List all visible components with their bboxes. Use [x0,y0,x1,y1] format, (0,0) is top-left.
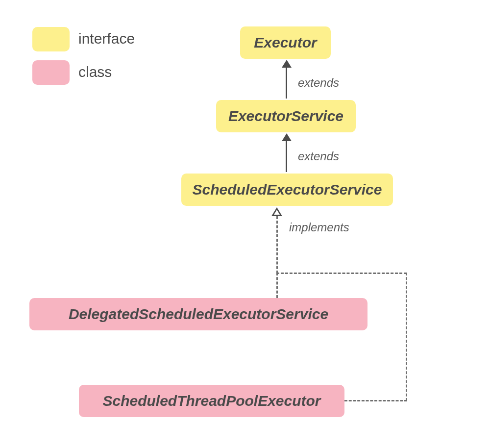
node-executor-label: Executor [254,34,317,51]
edge-label-extends-1: extends [298,76,339,90]
edge-label-extends-2: extends [298,149,339,163]
node-delegatedScheduledExecutorService-label: DelegatedScheduledExecutorService [69,306,328,323]
edge-label-implements: implements [289,221,349,234]
diagram-canvas: interface class Executor extends Executo… [0,0,490,448]
legend-label-interface: interface [78,30,135,47]
arrowhead-implements [271,207,282,216]
dash-horizontal-to-threadpool [344,400,407,401]
legend-swatch-interface [32,27,70,51]
dash-vertical-to-delegated [276,273,278,298]
edge-extends-scheduledExecutorService-executorService [286,135,287,172]
legend-swatch-class [32,60,70,85]
node-executor: Executor [240,26,331,59]
node-scheduledThreadPoolExecutor-label: ScheduledThreadPoolExecutor [102,393,320,409]
dash-vertical-main [276,216,278,274]
legend-label-class: class [78,64,112,80]
node-executorService: ExecutorService [216,100,356,132]
node-scheduledThreadPoolExecutor: ScheduledThreadPoolExecutor [79,385,344,417]
dash-horizontal-branch [276,273,407,274]
dash-vertical-right [406,273,407,401]
node-scheduledExecutorService-label: ScheduledExecutorService [193,181,382,198]
node-delegatedScheduledExecutorService: DelegatedScheduledExecutorService [29,298,368,330]
edge-extends-executorService-executor [286,61,287,99]
node-scheduledExecutorService: ScheduledExecutorService [181,174,393,206]
node-executorService-label: ExecutorService [228,108,343,124]
